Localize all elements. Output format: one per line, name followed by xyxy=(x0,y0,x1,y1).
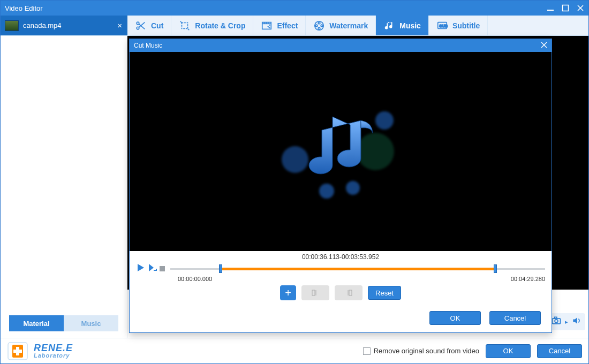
app-title: Video Editor xyxy=(5,4,43,12)
brand-line2: Laboratory xyxy=(34,353,73,359)
subtitle-icon: SUB xyxy=(436,20,448,32)
tool-subtitle[interactable]: SUB Subtitle xyxy=(429,16,488,35)
time-labels: 00:00:00.000 00:04:29.280 xyxy=(136,276,545,282)
svg-rect-1 xyxy=(563,5,569,11)
svg-point-14 xyxy=(269,25,270,25)
brand-line1: RENE.E xyxy=(34,343,73,353)
sidebar-tabs: Material Music xyxy=(9,315,118,331)
file-tab-close-icon[interactable]: × xyxy=(117,21,122,30)
segment-split-left-button[interactable] xyxy=(301,285,329,300)
footer-right: Remove original sound from video OK Canc… xyxy=(363,344,582,358)
brand-text: RENE.E Laboratory xyxy=(34,343,73,359)
sidebar-tab-material-label: Material xyxy=(23,320,49,328)
tool-tabs: Cut Rotate & Crop Effect Watermark Music xyxy=(127,16,588,35)
play-segment-button[interactable] xyxy=(148,263,157,275)
dialog-actions: OK Cancel xyxy=(130,305,552,332)
svg-point-4 xyxy=(137,22,139,25)
tool-music-label: Music xyxy=(399,21,421,30)
tool-music[interactable]: Music xyxy=(376,16,429,35)
volume-icon[interactable] xyxy=(571,315,582,328)
checkbox-box-icon[interactable] xyxy=(363,347,371,355)
time-start-label: 00:00:00.000 xyxy=(178,276,212,282)
dialog-title: Cut Music xyxy=(134,42,162,49)
reset-button[interactable]: Reset xyxy=(368,286,401,300)
add-segment-button[interactable]: + xyxy=(280,285,296,300)
tool-watermark-label: Watermark xyxy=(329,21,368,30)
tool-rotate-crop[interactable]: Rotate & Crop xyxy=(171,16,253,35)
dialog-preview xyxy=(130,52,552,251)
dialog-ok-button[interactable]: OK xyxy=(429,311,481,325)
tool-cut[interactable]: Cut xyxy=(127,16,171,35)
maximize-button[interactable] xyxy=(562,4,569,12)
tool-effect-label: Effect xyxy=(277,21,298,30)
svg-point-5 xyxy=(137,27,139,29)
tool-subtitle-label: Subtitle xyxy=(452,21,480,30)
brand: RENE.E Laboratory xyxy=(7,340,73,362)
svg-rect-33 xyxy=(312,290,315,295)
footer-cancel-button[interactable]: Cancel xyxy=(537,344,582,358)
dialog-range-area: 00:00:36.113-00:03:53.952 00:00:00.000 0… xyxy=(130,251,552,305)
tool-cut-label: Cut xyxy=(151,21,163,30)
sidebar: Material Music xyxy=(1,36,127,338)
crop-rotate-icon xyxy=(179,20,191,32)
reel-icon xyxy=(313,20,325,32)
svg-point-19 xyxy=(315,25,318,27)
cut-music-dialog: Cut Music xyxy=(129,39,552,333)
svg-rect-8 xyxy=(182,22,188,28)
segment-split-right-button[interactable] xyxy=(335,285,363,300)
range-slider[interactable] xyxy=(170,263,545,274)
transport-buttons xyxy=(136,263,165,275)
slider-handle-end[interactable] xyxy=(494,264,497,273)
remove-sound-checkbox[interactable]: Remove original sound from video xyxy=(363,347,479,355)
stop-button[interactable] xyxy=(160,266,165,271)
snapshot-icon[interactable] xyxy=(551,315,562,328)
dialog-titlebar: Cut Music xyxy=(130,39,552,52)
preview-mini-controls: ▸ xyxy=(548,313,585,330)
dialog-close-icon[interactable] xyxy=(541,42,547,50)
slider-handle-start[interactable] xyxy=(219,264,222,273)
file-name: canada.mp4 xyxy=(23,21,62,29)
music-note-icon xyxy=(383,20,395,32)
play-button[interactable] xyxy=(136,263,146,275)
svg-point-23 xyxy=(555,320,558,323)
tool-effect[interactable]: Effect xyxy=(253,16,306,35)
svg-rect-31 xyxy=(154,270,157,271)
tool-rotate-label: Rotate & Crop xyxy=(195,21,245,30)
file-tab[interactable]: canada.mp4 × xyxy=(1,16,127,35)
segment-buttons: + Reset xyxy=(136,285,545,300)
dialog-cancel-button[interactable]: Cancel xyxy=(489,311,541,325)
scissors-icon xyxy=(135,20,147,32)
chevron-right-icon[interactable]: ▸ xyxy=(565,318,568,325)
sidebar-tab-music[interactable]: Music xyxy=(64,315,118,331)
transport-row xyxy=(136,263,545,275)
svg-point-17 xyxy=(321,25,323,27)
sidebar-tab-material[interactable]: Material xyxy=(9,315,64,331)
toolbar: canada.mp4 × Cut Rotate & Crop Effect W xyxy=(1,16,588,36)
close-button[interactable] xyxy=(577,4,584,12)
window-controls xyxy=(547,4,584,12)
footer: RENE.E Laboratory Remove original sound … xyxy=(1,338,588,363)
film-icon xyxy=(261,20,273,32)
svg-rect-24 xyxy=(555,317,557,318)
svg-point-16 xyxy=(319,22,321,24)
svg-rect-36 xyxy=(349,290,352,295)
svg-point-15 xyxy=(315,21,324,30)
brand-logo-icon xyxy=(7,340,28,362)
selection-range-label: 00:00:36.113-00:03:53.952 xyxy=(136,253,545,261)
svg-point-18 xyxy=(319,27,321,29)
time-end-label: 00:04:29.280 xyxy=(511,276,545,282)
remove-sound-label: Remove original sound from video xyxy=(374,347,479,355)
slider-selection xyxy=(221,268,495,270)
tool-watermark[interactable]: Watermark xyxy=(306,16,376,35)
svg-text:SUB: SUB xyxy=(439,23,447,28)
minimize-button[interactable] xyxy=(547,4,554,12)
file-thumbnail xyxy=(5,20,19,31)
music-artwork-icon xyxy=(292,103,389,200)
titlebar: Video Editor xyxy=(1,1,588,16)
sidebar-tab-music-label: Music xyxy=(81,320,101,328)
svg-rect-32 xyxy=(156,269,157,270)
footer-ok-button[interactable]: OK xyxy=(486,344,531,358)
svg-rect-28 xyxy=(13,350,22,353)
